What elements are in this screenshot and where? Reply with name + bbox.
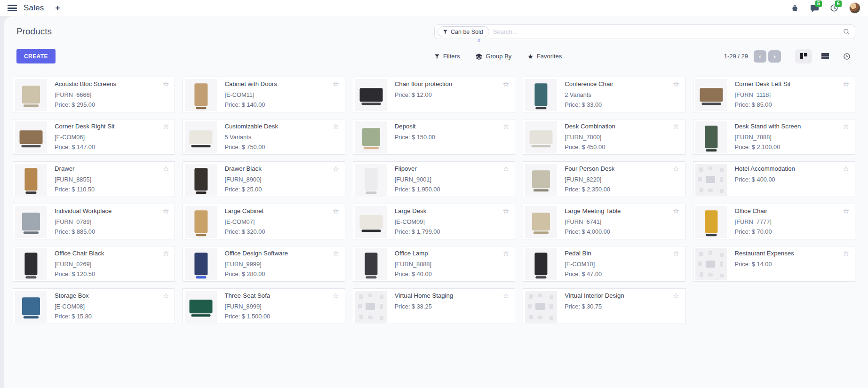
favorite-star-icon[interactable]: ☆: [503, 80, 509, 87]
pager-next-button[interactable]: ›: [768, 50, 781, 63]
product-card[interactable]: Hotel Accommodation Price: $ 400.00 ☆: [693, 161, 855, 197]
product-card[interactable]: Customizable Desk 5 Variants Price: $ 75…: [183, 119, 345, 155]
favorite-star-icon[interactable]: ☆: [673, 80, 679, 87]
product-card[interactable]: Restaurant Expenses Price: $ 14.00 ☆: [693, 246, 855, 282]
activities-clock-icon[interactable]: 6: [829, 3, 839, 13]
product-card[interactable]: Four Person Desk [FURN_8220] Price: $ 2,…: [523, 161, 685, 197]
favorite-star-icon[interactable]: ☆: [673, 207, 679, 214]
search-facet-can-be-sold[interactable]: Can be Sold x: [438, 26, 489, 37]
favorite-star-icon[interactable]: ☆: [843, 250, 849, 257]
favorite-star-icon[interactable]: ☆: [673, 250, 679, 257]
product-card[interactable]: Office Design Software [FURN_9999] Price…: [183, 246, 345, 282]
pager-previous-button[interactable]: ‹: [754, 50, 766, 63]
kanban-view-button[interactable]: [795, 49, 812, 63]
product-card[interactable]: Flipover [FURN_9001] Price: $ 1,950.00 ☆: [353, 161, 515, 197]
favorite-star-icon[interactable]: ☆: [673, 165, 679, 172]
apps-menu-icon[interactable]: [8, 5, 17, 11]
search-icon[interactable]: [843, 28, 850, 35]
favorite-star-icon[interactable]: ☆: [843, 165, 849, 172]
product-card[interactable]: Office Chair Black [FURN_0269] Price: $ …: [13, 246, 175, 282]
product-card[interactable]: Storage Box [E-COM08] Price: $ 15.80 ☆: [13, 288, 175, 324]
favorite-star-icon[interactable]: ☆: [333, 80, 339, 87]
product-card[interactable]: Desk Combination [FURN_7800] Price: $ 45…: [523, 119, 685, 155]
product-card[interactable]: Chair floor protection Price: $ 12.00 ☆: [353, 77, 515, 112]
product-card[interactable]: Office Lamp [FURN_8888] Price: $ 40.00 ☆: [353, 246, 515, 282]
product-code: [E-COM11]: [224, 91, 277, 98]
favorite-star-icon[interactable]: ☆: [503, 123, 509, 130]
favorite-star-icon[interactable]: ☆: [163, 165, 169, 172]
favorite-star-icon[interactable]: ☆: [843, 80, 849, 87]
product-card[interactable]: Corner Desk Right Sit [E-COM06] Price: $…: [13, 119, 175, 155]
favorite-star-icon[interactable]: ☆: [673, 123, 679, 130]
product-card[interactable]: Drawer [FURN_8855] Price: $ 110.50 ☆: [13, 161, 175, 197]
product-card[interactable]: Virtual Home Staging Price: $ 38.25 ☆: [353, 288, 515, 324]
product-card[interactable]: Drawer Black [FURN_8900] Price: $ 25.00 …: [183, 161, 345, 197]
product-name: Corner Desk Right Sit: [55, 123, 115, 131]
page-title: Products: [16, 26, 52, 37]
filters-button[interactable]: Filters: [434, 53, 460, 60]
product-card[interactable]: Large Cabinet [E-COM07] Price: $ 320.00 …: [183, 204, 345, 239]
product-card[interactable]: Desk Stand with Screen [FURN_7888] Price…: [693, 119, 855, 155]
product-name: Corner Desk Left Sit: [735, 80, 791, 88]
product-image: [185, 79, 217, 111]
product-image: [695, 206, 727, 238]
favorite-star-icon[interactable]: ☆: [163, 250, 169, 257]
product-card[interactable]: Cabinet with Doors [E-COM11] Price: $ 14…: [183, 77, 345, 112]
favorite-star-icon[interactable]: ☆: [503, 250, 509, 257]
app-name[interactable]: Sales: [24, 3, 44, 13]
product-card[interactable]: Deposit Price: $ 150.00 ☆: [353, 119, 515, 155]
favorite-star-icon[interactable]: ☆: [163, 207, 169, 214]
favorite-star-icon[interactable]: ☆: [333, 123, 339, 130]
favorite-star-icon[interactable]: ☆: [503, 207, 509, 214]
product-card[interactable]: Large Desk [E-COM09] Price: $ 1,799.00 ☆: [353, 204, 515, 239]
product-price: Price: $ 750.00: [224, 143, 278, 150]
product-price: Price: $ 450.00: [565, 143, 615, 150]
facet-remove-icon[interactable]: x: [478, 38, 480, 43]
favorite-star-icon[interactable]: ☆: [163, 292, 169, 299]
user-avatar[interactable]: [849, 2, 860, 14]
product-code: [FURN_9999]: [224, 261, 288, 268]
product-price: Price: $ 4,000.00: [565, 228, 621, 235]
product-price: Price: $ 15.80: [55, 313, 92, 320]
favorites-button[interactable]: ★ Favorites: [527, 53, 562, 60]
product-kanban-grid: Acoustic Bloc Screens [FURN_6666] Price:…: [13, 77, 855, 324]
search-input[interactable]: [493, 28, 843, 35]
favorite-star-icon[interactable]: ☆: [503, 292, 509, 299]
group-by-button[interactable]: Group By: [476, 53, 511, 60]
favorite-star-icon[interactable]: ☆: [843, 123, 849, 130]
messages-icon[interactable]: 5: [810, 3, 819, 13]
product-image: [525, 79, 557, 111]
clock-icon: [843, 53, 851, 60]
favorite-star-icon[interactable]: ☆: [503, 165, 509, 172]
new-tab-icon[interactable]: +: [56, 3, 60, 13]
favorite-star-icon[interactable]: ☆: [163, 80, 169, 87]
product-code: [FURN_0269]: [55, 261, 104, 268]
list-view-button[interactable]: [817, 49, 834, 63]
search-bar[interactable]: Can be Sold x: [434, 24, 855, 39]
product-card[interactable]: Three-Seat Sofa [FURN_8999] Price: $ 1,5…: [183, 288, 345, 324]
product-name: Drawer: [55, 165, 95, 173]
product-card[interactable]: Corner Desk Left Sit [FURN_1118] Price: …: [693, 77, 855, 112]
product-card[interactable]: Office Chair [FURN_7777] Price: $ 70.00 …: [693, 204, 855, 239]
debug-bug-icon[interactable]: [790, 3, 799, 13]
product-price: Price: $ 147.00: [55, 143, 115, 150]
create-button[interactable]: CREATE: [16, 49, 56, 63]
product-card[interactable]: Conference Chair 2 Variants Price: $ 33.…: [523, 77, 685, 112]
favorite-star-icon[interactable]: ☆: [163, 123, 169, 130]
product-card[interactable]: Individual Workplace [FURN_0789] Price: …: [13, 204, 175, 239]
product-card[interactable]: Pedal Bin [E-COM10] Price: $ 47.00 ☆: [523, 246, 685, 282]
favorite-star-icon[interactable]: ☆: [333, 165, 339, 172]
favorite-star-icon[interactable]: ☆: [843, 207, 849, 214]
favorite-star-icon[interactable]: ☆: [673, 292, 679, 299]
favorite-star-icon[interactable]: ☆: [333, 250, 339, 257]
product-card[interactable]: Virtual Interior Design Price: $ 30.75 ☆: [523, 288, 685, 324]
product-card[interactable]: Acoustic Bloc Screens [FURN_6666] Price:…: [13, 77, 175, 112]
product-name: Customizable Desk: [224, 123, 278, 131]
product-price: Price: $ 1,799.00: [395, 228, 440, 235]
favorite-star-icon[interactable]: ☆: [333, 207, 339, 214]
star-icon: ★: [527, 53, 534, 60]
activity-view-button[interactable]: [838, 49, 855, 63]
favorite-star-icon[interactable]: ☆: [333, 292, 339, 299]
product-card[interactable]: Large Meeting Table [FURN_6741] Price: $…: [523, 204, 685, 239]
product-image: [525, 291, 557, 323]
